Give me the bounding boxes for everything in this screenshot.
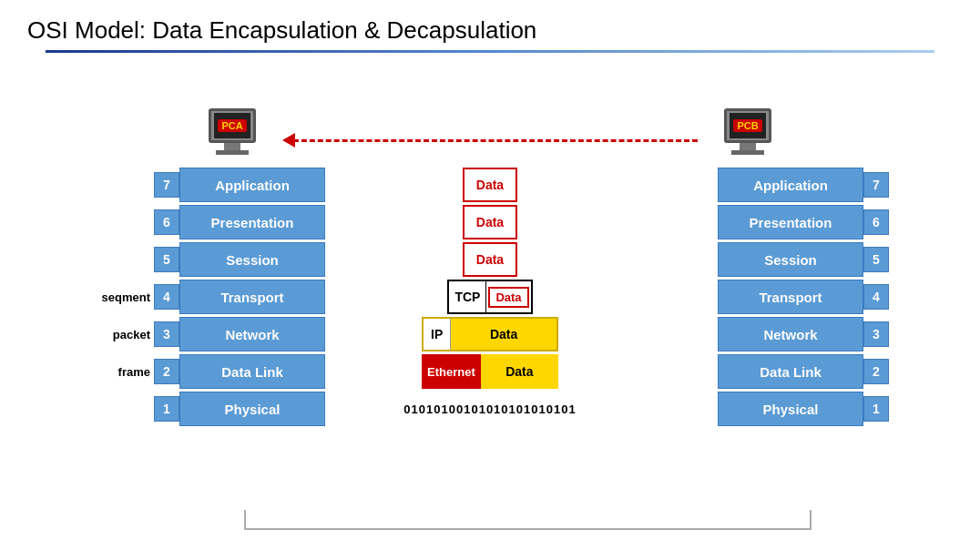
middle-data-column: Data Data Data TCP Data IP Data Ethern	[417, 168, 563, 429]
right-layer-7-row: Application 7	[718, 168, 889, 202]
pc-a-label: PCA	[218, 119, 246, 132]
left-num-5: 5	[154, 247, 179, 272]
pc-b-wrapper: PCB	[716, 108, 780, 158]
tcp-label: TCP	[449, 281, 486, 312]
right-num-2: 2	[863, 359, 889, 384]
data-box-7: Data	[463, 168, 517, 202]
pc-a-stand	[224, 143, 240, 150]
left-num-2: 2	[154, 359, 179, 384]
title-divider	[46, 50, 934, 53]
pc-b-icon: PCB	[716, 108, 780, 158]
right-layer-1-row: Physical 1	[718, 392, 889, 426]
left-box-network: Network	[179, 317, 325, 351]
right-osi-stack: Application 7 Presentation 6 Session 5 T…	[718, 168, 889, 429]
left-box-session: Session	[179, 242, 325, 277]
right-num-4: 4	[863, 284, 889, 310]
pc-a-icon: PCA	[200, 108, 264, 158]
left-box-presentation: Presentation	[179, 205, 325, 239]
left-label-packet: packet	[91, 317, 150, 351]
left-box-application: Application	[179, 168, 325, 202]
pc-a-wrapper: PCA	[200, 108, 264, 158]
page-title: OSI Model: Data Encapsulation & Decapsul…	[27, 16, 953, 45]
right-box-datalink: Data Link	[718, 354, 863, 389]
left-layer-7-row: 7 Application	[91, 168, 325, 202]
eth-data-box: Ethernet Data	[422, 354, 558, 389]
left-label-6	[91, 205, 150, 239]
left-num-6: 6	[154, 209, 179, 235]
left-box-datalink: Data Link	[179, 354, 325, 389]
left-num-7: 7	[154, 172, 179, 198]
left-num-3: 3	[154, 321, 179, 347]
right-layer-6-row: Presentation 6	[718, 205, 889, 239]
left-layer-2-row: frame 2 Data Link	[91, 354, 325, 389]
eth-label: Ethernet	[422, 354, 481, 389]
left-label-5	[91, 242, 150, 277]
pc-b-label: PCB	[733, 119, 761, 132]
left-layer-4-row: seqment 4 Transport	[91, 280, 325, 314]
ip-label: IP	[424, 319, 451, 350]
middle-eth-data: Ethernet Data	[417, 354, 563, 389]
left-box-transport: Transport	[179, 280, 325, 314]
left-num-1: 1	[154, 396, 179, 422]
left-layer-1-row: 1 Physical	[91, 392, 325, 426]
left-label-frame: frame	[91, 354, 150, 389]
pc-b-base	[731, 150, 764, 155]
right-box-network: Network	[718, 317, 863, 351]
right-layer-4-row: Transport 4	[718, 280, 889, 314]
ip-data-box: IP Data	[422, 317, 558, 351]
right-box-session: Session	[718, 242, 863, 277]
title-sub: Data Encapsulation & Decapsulation	[146, 16, 536, 44]
middle-data-5: Data	[417, 242, 563, 277]
tcp-data-value: Data	[488, 287, 528, 308]
middle-data-6: Data	[417, 205, 563, 239]
pc-b-stand	[740, 143, 756, 150]
ip-data-value: Data	[451, 327, 556, 341]
left-label-seqment: seqment	[91, 280, 150, 314]
right-num-7: 7	[863, 172, 889, 198]
right-box-application: Application	[718, 168, 863, 202]
pc-a-base	[216, 150, 249, 155]
left-box-physical: Physical	[179, 392, 325, 426]
title-area: OSI Model: Data Encapsulation & Decapsul…	[0, 0, 980, 58]
right-box-physical: Physical	[718, 392, 863, 426]
right-layer-5-row: Session 5	[718, 242, 889, 277]
data-box-5: Data	[463, 242, 517, 277]
diagram-area: PCA PCB 7 Application	[0, 58, 980, 550]
data-box-6: Data	[463, 205, 517, 239]
left-num-4: 4	[154, 284, 179, 310]
middle-binary: 01010100101010101010101	[417, 392, 563, 426]
binary-string: 01010100101010101010101	[403, 392, 576, 426]
left-label-7	[91, 168, 150, 202]
left-label-1	[91, 392, 150, 426]
pc-b-screen: PCB	[730, 113, 766, 138]
pc-b-monitor: PCB	[724, 108, 771, 143]
title-main: OSI Model:	[27, 16, 146, 44]
right-num-3: 3	[863, 321, 889, 347]
pc-a-screen: PCA	[214, 113, 250, 138]
left-osi-stack: 7 Application 6 Presentation 5 Session s…	[91, 168, 325, 429]
left-layer-5-row: 5 Session	[91, 242, 325, 277]
pc-a-monitor: PCA	[209, 108, 256, 143]
eth-data-value: Data	[481, 354, 558, 389]
left-layer-3-row: packet 3 Network	[91, 317, 325, 351]
right-box-transport: Transport	[718, 280, 863, 314]
dashed-arrow-line	[293, 139, 698, 142]
tcp-data-box: TCP Data	[447, 280, 532, 314]
bottom-connector	[244, 510, 812, 530]
right-layer-3-row: Network 3	[718, 317, 889, 351]
right-num-6: 6	[863, 209, 889, 235]
middle-data-7: Data	[417, 168, 563, 202]
right-num-1: 1	[863, 396, 889, 422]
left-layer-6-row: 6 Presentation	[91, 205, 325, 239]
right-layer-2-row: Data Link 2	[718, 354, 889, 389]
middle-tcp-data: TCP Data	[417, 280, 563, 314]
arrow-container	[282, 133, 698, 148]
middle-ip-data: IP Data	[417, 317, 563, 351]
right-num-5: 5	[863, 247, 889, 272]
right-box-presentation: Presentation	[718, 205, 863, 239]
